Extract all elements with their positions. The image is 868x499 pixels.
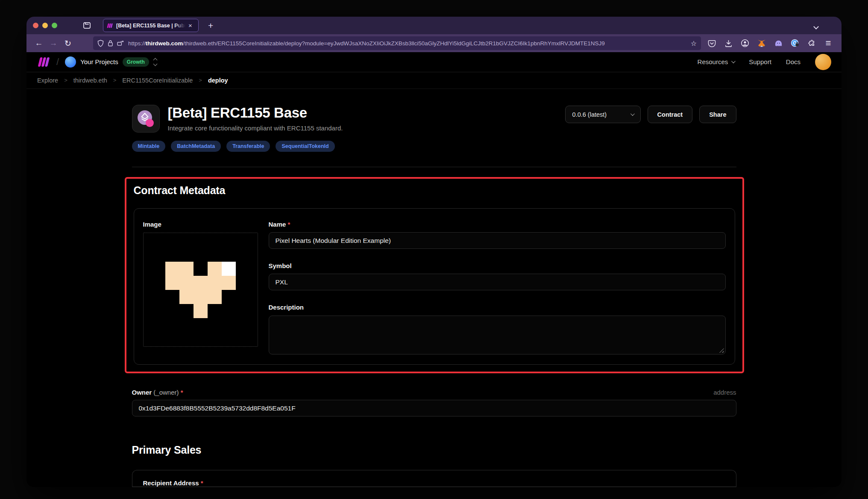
bookmark-star-icon[interactable]: ☆ xyxy=(691,39,697,47)
header-divider-slash: / xyxy=(56,56,59,68)
project-switcher-chevrons-icon[interactable] xyxy=(154,59,157,65)
recipient-address-label: Recipient Address * xyxy=(143,479,736,487)
required-asterisk: * xyxy=(201,479,203,487)
name-label: Name * xyxy=(269,221,726,228)
tab-title: [Beta] ERC1155 Base | Publishe xyxy=(116,23,185,29)
tab-close-icon[interactable]: × xyxy=(188,22,192,29)
owner-address-input[interactable] xyxy=(132,400,736,416)
badge-sequentialtokenid[interactable]: SequentialTokenId xyxy=(276,141,334,152)
nav-docs[interactable]: Docs xyxy=(786,58,801,65)
section-divider xyxy=(132,167,736,167)
contract-metadata-title: Contract Metadata xyxy=(134,184,735,197)
breadcrumb-separator: > xyxy=(113,77,117,83)
page-content: / Your Projects Growth Resources Support… xyxy=(26,52,842,487)
tracking-protection-shield-icon[interactable] xyxy=(97,40,104,47)
project-avatar xyxy=(65,56,76,68)
project-switcher[interactable]: Your Projects xyxy=(80,58,118,65)
breadcrumb-contract[interactable]: ERC1155CoreInitializable xyxy=(122,77,193,84)
contract-metadata-card: Image Name * Symbol Description xyxy=(134,208,735,365)
account-icon[interactable] xyxy=(740,38,750,48)
breadcrumb-separator: > xyxy=(199,77,202,83)
version-select[interactable]: 0.0.6 (latest) xyxy=(565,106,641,123)
pocket-icon[interactable] xyxy=(707,38,716,48)
badge-batchmetadata[interactable]: BatchMetadata xyxy=(171,141,221,152)
thirdweb-logo[interactable] xyxy=(37,57,51,67)
required-asterisk: * xyxy=(181,389,183,396)
firefox-view-icon[interactable] xyxy=(83,21,91,30)
primary-sales-card: Recipient Address * xyxy=(132,470,736,487)
permissions-icon[interactable] xyxy=(117,41,124,46)
breadcrumb-separator: > xyxy=(64,77,67,83)
badge-mintable[interactable]: Mintable xyxy=(132,141,166,152)
traffic-light-minimize[interactable] xyxy=(42,23,48,28)
breadcrumb: Explore > thirdweb.eth > ERC1155CoreInit… xyxy=(26,72,842,89)
owner-label: Owner (_owner) * xyxy=(132,389,183,396)
resize-grip-icon[interactable] xyxy=(719,348,724,353)
primary-sales-title: Primary Sales xyxy=(132,444,736,456)
nav-support[interactable]: Support xyxy=(749,58,771,65)
browser-window: [Beta] ERC1155 Base | Publishe × + ← → ↻… xyxy=(26,17,842,487)
menu-hamburger-icon[interactable]: ≡ xyxy=(824,38,833,48)
navigation-toolbar: ← → ↻ https://thirdweb.com/thirdweb.eth/… xyxy=(26,34,842,52)
page-subtitle: Integrate core functionality compliant w… xyxy=(168,124,343,132)
pixel-heart-image xyxy=(165,262,236,318)
required-asterisk: * xyxy=(288,221,290,228)
page-title: [Beta] ERC1155 Base xyxy=(168,105,343,121)
badge-transferable[interactable]: Transferable xyxy=(226,141,270,152)
image-upload-dropzone[interactable] xyxy=(143,233,258,347)
breadcrumb-explore[interactable]: Explore xyxy=(37,77,58,84)
nav-resources[interactable]: Resources xyxy=(698,58,735,65)
reload-button[interactable]: ↻ xyxy=(62,37,74,50)
owner-type-hint: address xyxy=(713,389,736,396)
traffic-light-zoom[interactable] xyxy=(52,23,57,28)
name-input[interactable] xyxy=(269,232,726,249)
chevron-down-icon xyxy=(630,112,635,116)
breadcrumb-publisher[interactable]: thirdweb.eth xyxy=(73,77,107,84)
forward-button[interactable]: → xyxy=(47,37,60,50)
contract-button[interactable]: Contract xyxy=(648,106,693,123)
wallet-extension-icon[interactable] xyxy=(790,38,800,48)
site-header: / Your Projects Growth Resources Support… xyxy=(26,52,842,72)
breadcrumb-deploy: deploy xyxy=(208,77,228,84)
metamask-extension-icon[interactable] xyxy=(757,38,766,48)
phantom-extension-icon[interactable] xyxy=(774,38,783,48)
traffic-light-close[interactable] xyxy=(33,23,38,28)
description-label: Description xyxy=(269,304,726,311)
tab-favicon xyxy=(107,23,113,28)
address-bar[interactable]: https://thirdweb.com/thirdweb.eth/ERC115… xyxy=(93,36,701,50)
symbol-label: Symbol xyxy=(269,262,726,269)
user-avatar[interactable] xyxy=(815,54,831,70)
chevron-down-icon xyxy=(731,59,736,63)
symbol-input[interactable] xyxy=(269,274,726,290)
description-textarea[interactable] xyxy=(269,316,726,354)
back-button[interactable]: ← xyxy=(32,37,45,50)
url-text[interactable]: https://thirdweb.com/thirdweb.eth/ERC115… xyxy=(128,40,687,47)
image-label: Image xyxy=(143,221,258,228)
deploy-form: [Beta] ERC1155 Base Integrate core funct… xyxy=(132,89,736,487)
list-tabs-chevron-icon[interactable] xyxy=(814,23,818,30)
lock-icon[interactable] xyxy=(108,40,113,47)
downloads-icon[interactable] xyxy=(724,38,733,48)
share-button[interactable]: Share xyxy=(699,106,736,123)
browser-tab[interactable]: [Beta] ERC1155 Base | Publishe × xyxy=(103,19,199,32)
tab-bar: [Beta] ERC1155 Base | Publishe × + xyxy=(26,17,842,34)
extension-badges: Mintable BatchMetadata Transferable Sequ… xyxy=(132,141,736,152)
window-controls[interactable] xyxy=(33,23,57,28)
extensions-puzzle-icon[interactable] xyxy=(807,38,816,48)
new-tab-button[interactable]: + xyxy=(208,21,213,31)
contract-icon xyxy=(132,105,160,133)
plan-badge: Growth xyxy=(123,57,149,67)
highlighted-contract-metadata-section: Contract Metadata Image Name * Symbol De… xyxy=(125,177,744,373)
